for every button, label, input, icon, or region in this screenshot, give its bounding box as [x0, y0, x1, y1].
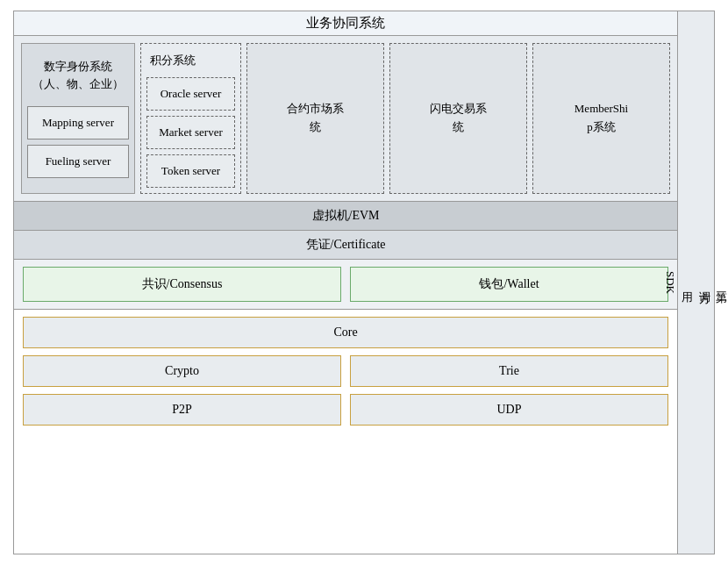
- flash-trade-label: 闪电交易系统: [430, 100, 487, 137]
- wallet-label: 钱包/Wallet: [479, 277, 539, 290]
- p2p-label: P2P: [172, 403, 192, 416]
- membership-box: MemberShip系统: [532, 43, 670, 194]
- udp-label: UDP: [496, 403, 521, 416]
- jifenxi-text: 积分系统: [150, 54, 196, 67]
- middle-group: 积分系统 Oracle server Market server Token s…: [140, 43, 241, 194]
- biz-system-header: 业务协同系统: [14, 11, 677, 36]
- contract-market-label: 合约市场系统: [287, 100, 344, 137]
- consensus-label: 共识/Consensus: [142, 277, 223, 290]
- crypto-trie-row: Crypto Trie: [14, 352, 677, 390]
- contract-market-box: 合约市场系统: [246, 43, 384, 194]
- consensus-wallet-row: 共识/Consensus 钱包/Wallet: [14, 260, 677, 310]
- p2p-udp-row: P2P UDP: [14, 390, 677, 433]
- digital-identity-label: 数字身份系统（人、物、企业）: [32, 60, 124, 90]
- mapping-server-box: Mapping server: [27, 106, 129, 139]
- digital-identity-box: 数字身份系统（人、物、企业）: [27, 49, 129, 101]
- token-server-label: Token server: [161, 164, 220, 177]
- fueling-server-label: Fueling server: [46, 154, 111, 168]
- membership-label: MemberShip系统: [575, 100, 628, 137]
- oracle-server-label: Oracle server: [161, 87, 222, 100]
- sdk-panel: 第三方调用SDK: [678, 11, 715, 554]
- core-box: Core: [23, 317, 668, 348]
- trie-box: Trie: [350, 355, 668, 387]
- evm-row: 虚拟机/EVM: [14, 202, 677, 231]
- oracle-server-box: Oracle server: [146, 77, 235, 111]
- fueling-server-box: Fueling server: [27, 145, 129, 178]
- evm-label: 虚拟机/EVM: [312, 209, 380, 222]
- market-server-box: Market server: [146, 116, 235, 149]
- top-section: 数字身份系统（人、物、企业） Mapping server Fueling se…: [14, 36, 677, 202]
- biz-title: 业务协同系统: [306, 16, 385, 30]
- left-group: 数字身份系统（人、物、企业） Mapping server Fueling se…: [21, 43, 135, 194]
- p2p-box: P2P: [23, 394, 341, 426]
- architecture-diagram: 业务协同系统 数字身份系统（人、物、企业） Mapping server Fue…: [13, 11, 715, 554]
- main-content: 业务协同系统 数字身份系统（人、物、企业） Mapping server Fue…: [13, 11, 678, 554]
- crypto-label: Crypto: [165, 364, 199, 377]
- sdk-label: 第三方调用SDK: [662, 271, 729, 294]
- cert-label: 凭证/Certificate: [306, 238, 386, 251]
- trie-label: Trie: [499, 364, 519, 377]
- market-server-label: Market server: [159, 125, 223, 139]
- core-label: Core: [333, 325, 357, 339]
- crypto-box: Crypto: [23, 355, 341, 387]
- jifenxi-label: 积分系统: [146, 49, 235, 72]
- wallet-box: 钱包/Wallet: [350, 267, 668, 302]
- mapping-server-label: Mapping server: [42, 116, 114, 129]
- consensus-box: 共识/Consensus: [23, 267, 341, 302]
- token-server-box: Token server: [146, 154, 235, 188]
- cert-row: 凭证/Certificate: [14, 231, 677, 260]
- udp-box: UDP: [350, 394, 668, 426]
- flash-trade-box: 闪电交易系统: [389, 43, 527, 194]
